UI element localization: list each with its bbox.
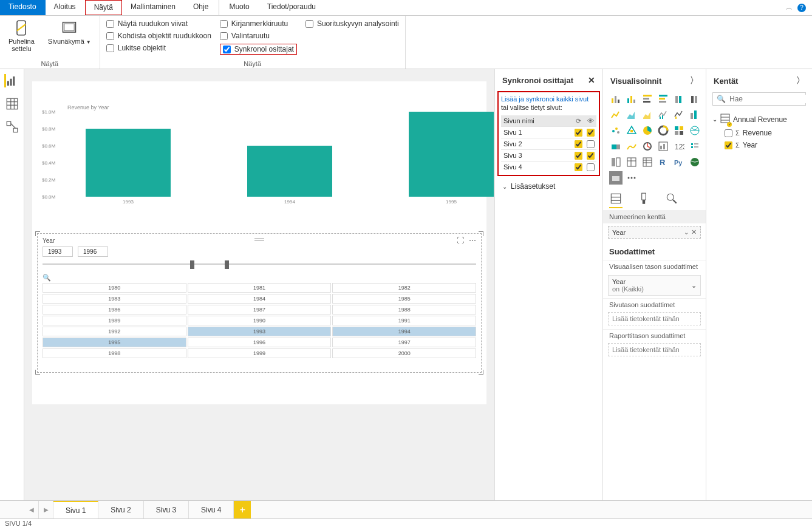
viz-type-icon[interactable] — [641, 124, 654, 137]
slicer-cell[interactable]: 1986 — [43, 305, 186, 314]
viz-type-icon[interactable] — [672, 124, 686, 137]
viz-type-icon[interactable] — [625, 124, 638, 137]
sync-checkbox[interactable] — [575, 163, 582, 171]
chevron-down-icon[interactable]: ⌄ — [691, 282, 697, 290]
menu-file[interactable]: Tiedosto — [0, 0, 46, 15]
slicer-cell[interactable]: 1989 — [43, 316, 186, 325]
fields-tab-icon[interactable] — [609, 192, 623, 205]
viz-type-icon[interactable] — [609, 171, 623, 185]
drag-handle-icon[interactable] — [254, 235, 264, 239]
viz-type-icon[interactable] — [625, 155, 638, 169]
viz-type-icon[interactable] — [641, 108, 654, 121]
page-tab[interactable]: Sivu 2 — [98, 501, 143, 518]
format-tab-icon[interactable] — [637, 192, 650, 205]
page-next-icon[interactable]: ▶ — [39, 501, 53, 518]
viz-type-icon[interactable] — [657, 140, 670, 153]
viz-type-icon[interactable] — [641, 155, 654, 169]
sync-slicers-checkbox[interactable]: Synkronoi osittajat — [223, 45, 294, 53]
report-filter-drop[interactable]: Lisää tietokentät tähän — [608, 343, 701, 356]
snap-to-grid-checkbox[interactable]: Kohdista objektit ruudukkoon — [106, 32, 211, 40]
slicer-cell[interactable]: 1994 — [332, 327, 476, 336]
slicer-to-input[interactable]: 1996 — [78, 246, 108, 257]
field-row[interactable]: Σ Revenue — [712, 127, 806, 139]
slicer-cell[interactable]: 1982 — [332, 283, 476, 293]
viz-type-icon[interactable] — [688, 124, 701, 137]
slicer-cell[interactable]: 1998 — [43, 348, 186, 358]
viz-type-icon[interactable]: R — [657, 155, 670, 169]
viz-type-icon[interactable] — [625, 108, 638, 121]
slicer-cell[interactable]: 1997 — [332, 338, 476, 347]
year-slicer[interactable]: ⛶ ⋯ Year 1993 1996 🔍 1980198119821983198… — [37, 233, 482, 373]
expand-arrow-icon[interactable]: 〉 — [690, 75, 698, 86]
viz-type-icon[interactable] — [641, 140, 654, 153]
collapse-ribbon-icon[interactable]: ︿ — [786, 3, 793, 12]
bookmarks-checkbox[interactable]: Kirjanmerkkiruutu — [220, 19, 297, 28]
visible-checkbox[interactable] — [587, 152, 595, 160]
slider-thumb-from[interactable] — [190, 260, 194, 269]
slider-thumb-to[interactable] — [225, 260, 229, 269]
show-gridlines-checkbox[interactable]: Näytä ruudukon viivat — [106, 19, 211, 28]
selection-checkbox[interactable]: Valintaruutu — [220, 32, 297, 40]
menu-data-drill[interactable]: Tiedot/poraudu — [259, 0, 325, 15]
viz-type-icon[interactable] — [688, 92, 701, 106]
sync-checkbox[interactable] — [575, 152, 582, 160]
viz-type-icon[interactable] — [609, 124, 623, 137]
viz-type-icon[interactable] — [688, 155, 701, 169]
slicer-cell[interactable]: 1990 — [188, 316, 332, 325]
sync-checkbox[interactable] — [575, 140, 582, 148]
viz-type-icon[interactable] — [641, 92, 654, 106]
menu-modeling[interactable]: Mallintaminen — [122, 0, 185, 15]
remove-field-icon[interactable]: ✕ — [691, 228, 697, 236]
report-canvas[interactable]: Revenue by Year $1.0M $0.8M $0.6M $0.4M … — [32, 81, 486, 404]
viz-type-icon[interactable] — [609, 108, 623, 121]
slicer-cell[interactable]: 1980 — [43, 283, 186, 293]
expand-arrow-icon[interactable]: 〉 — [796, 75, 805, 86]
filter-year[interactable]: Year on (Kaikki) ⌄ — [608, 275, 701, 296]
lock-objects-checkbox[interactable]: Lukitse objektit — [106, 44, 211, 52]
slicer-cell[interactable]: 1999 — [188, 348, 332, 358]
resize-handle-tl[interactable] — [35, 231, 40, 236]
help-icon[interactable]: ? — [797, 4, 806, 12]
page-tab[interactable]: Sivu 3 — [144, 501, 189, 518]
slicer-cell[interactable]: 1983 — [43, 294, 186, 304]
viz-type-icon[interactable] — [688, 140, 701, 153]
resize-handle-bl[interactable] — [35, 370, 40, 375]
menu-view[interactable]: Näytä — [85, 0, 122, 15]
viz-type-icon[interactable] — [625, 171, 638, 185]
close-icon[interactable]: ✕ — [588, 75, 595, 85]
sync-all-link[interactable]: Lisää ja synkronoi kaikki sivut — [501, 95, 589, 103]
revenue-chart[interactable]: Revenue by Year $1.0M $0.8M $0.6M $0.4M … — [37, 109, 482, 231]
menu-help[interactable]: Ohje — [185, 0, 217, 15]
page-filter-drop[interactable]: Lisää tietokentät tähän — [608, 312, 701, 325]
visible-checkbox[interactable] — [587, 129, 595, 137]
slicer-cell[interactable]: 1984 — [188, 294, 332, 304]
sync-checkbox[interactable] — [575, 129, 582, 137]
viz-type-icon[interactable] — [657, 124, 670, 137]
more-options-icon[interactable]: ⋯ — [469, 236, 477, 245]
visible-checkbox[interactable] — [587, 140, 595, 148]
slicer-cell[interactable]: 1985 — [332, 294, 476, 304]
chevron-down-icon[interactable]: ⌄ — [684, 229, 689, 236]
visible-checkbox[interactable] — [587, 163, 595, 171]
viz-type-icon[interactable] — [672, 92, 686, 106]
resize-handle-tr[interactable] — [479, 231, 483, 236]
slicer-cell[interactable]: 1995 — [43, 338, 186, 347]
field-checkbox[interactable] — [725, 129, 732, 137]
page-tab[interactable]: Sivu 1 — [53, 501, 98, 518]
fields-search-input[interactable] — [729, 95, 812, 103]
add-page-button[interactable]: + — [234, 501, 251, 518]
viz-type-icon[interactable] — [625, 92, 638, 106]
fields-search[interactable]: 🔍 — [712, 92, 806, 106]
menu-home[interactable]: Aloitus — [46, 0, 85, 15]
viz-type-icon[interactable] — [672, 108, 686, 121]
viz-type-icon[interactable] — [657, 92, 670, 106]
viz-type-icon[interactable] — [609, 92, 623, 106]
field-checkbox[interactable] — [725, 141, 732, 149]
slicer-from-input[interactable]: 1993 — [43, 246, 73, 257]
resize-handle-br[interactable] — [479, 370, 483, 375]
slicer-cell[interactable]: 1992 — [43, 327, 186, 336]
slicer-cell[interactable]: 1987 — [188, 305, 332, 314]
menu-format[interactable]: Muoto — [220, 0, 258, 15]
viz-type-icon[interactable] — [688, 108, 701, 121]
slicer-cell[interactable]: 1991 — [332, 316, 476, 325]
